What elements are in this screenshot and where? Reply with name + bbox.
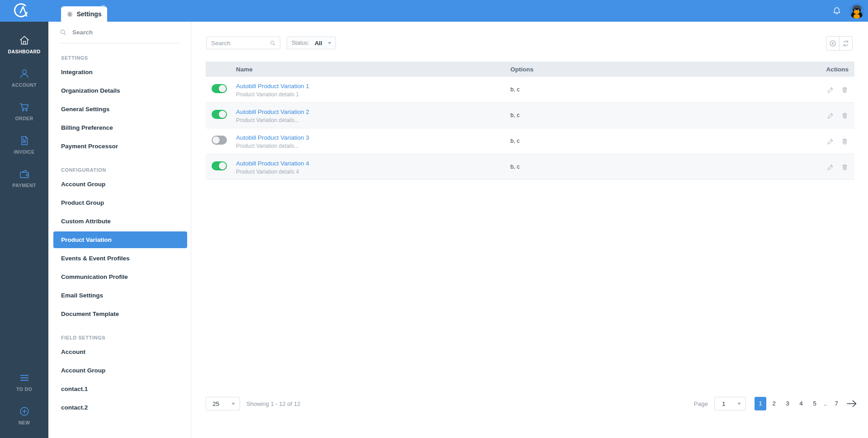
- edit-pencil-icon[interactable]: [827, 112, 835, 119]
- refresh-button[interactable]: [839, 36, 853, 51]
- variation-link[interactable]: Autobill Product Variation 4: [236, 160, 309, 167]
- settings-nav-item-general-settings[interactable]: General Settings: [48, 100, 191, 118]
- variation-link[interactable]: Autobill Product Variation 1: [236, 83, 309, 89]
- settings-nav-item-product-variation[interactable]: Product Variation: [53, 231, 187, 248]
- chevron-down-icon: [328, 42, 331, 44]
- pagination-bar: 25 Showing 1 - 12 of 12 Page 1 12345..7: [206, 396, 858, 411]
- settings-nav-item-organization-details[interactable]: Organization Details: [48, 81, 191, 100]
- settings-nav-item-payment-processor[interactable]: Payment Processor: [48, 137, 191, 155]
- page-button-7[interactable]: 7: [830, 397, 842, 410]
- nav-item-dashboard[interactable]: DASHBOARD: [0, 28, 48, 61]
- enable-toggle[interactable]: [212, 161, 227, 170]
- settings-nav-item-email-settings[interactable]: Email Settings: [48, 286, 191, 305]
- table-row: Autobill Product Variation 3 Product Var…: [206, 128, 854, 154]
- delete-trash-icon[interactable]: [841, 112, 849, 119]
- table-row: Autobill Product Variation 1 Product Var…: [206, 77, 854, 103]
- notifications-bell-icon[interactable]: [832, 6, 842, 16]
- delete-trash-icon[interactable]: [841, 86, 849, 94]
- svg-text:$: $: [22, 137, 24, 140]
- settings-nav-item-communication-profile[interactable]: Communication Profile: [48, 268, 191, 286]
- cart-icon: [19, 101, 30, 113]
- page-select[interactable]: 1: [714, 397, 746, 410]
- edit-pencil-icon[interactable]: [827, 86, 835, 94]
- nav-item-order[interactable]: ORDER: [0, 95, 48, 127]
- home-icon: [19, 34, 30, 46]
- pagination-right: Page 1 12345..7: [693, 397, 858, 410]
- edit-pencil-icon[interactable]: [827, 137, 835, 145]
- nav-item-invoice[interactable]: $ INVOICE: [0, 128, 48, 161]
- nav-item-to-do[interactable]: TO DO: [0, 366, 48, 398]
- edit-pencil-icon[interactable]: [827, 163, 835, 171]
- page-size-select[interactable]: 25: [206, 397, 240, 410]
- options-value: b, c: [510, 164, 800, 170]
- variation-details: Product Variation details...: [236, 117, 510, 123]
- settings-nav-item-contact-1[interactable]: contact.1: [48, 380, 191, 398]
- status-filter-dropdown[interactable]: Status: All: [287, 37, 336, 49]
- menu-icon: [19, 372, 30, 384]
- col-actions: Actions: [800, 66, 854, 73]
- variation-details: Product Variation details...: [236, 143, 510, 149]
- enable-toggle[interactable]: [212, 84, 227, 93]
- page-select-value: 1: [722, 400, 726, 407]
- primary-sidebar: DASHBOARD ACCOUNT ORDER $ INVOICE PAYMEN…: [0, 22, 48, 438]
- delete-trash-icon[interactable]: [841, 163, 849, 171]
- gear-icon: [66, 11, 73, 18]
- search-icon: [59, 28, 67, 36]
- nav-item-new[interactable]: NEW: [0, 399, 48, 432]
- chevron-down-icon: [737, 403, 741, 405]
- plus-circle-icon: [19, 405, 30, 417]
- next-page-arrow-icon[interactable]: [846, 399, 858, 409]
- user-icon: [19, 68, 30, 80]
- settings-nav-item-account[interactable]: Account: [48, 343, 191, 361]
- variation-link[interactable]: Autobill Product Variation 3: [236, 134, 309, 141]
- settings-nav-item-billing-preference[interactable]: Billing Preference: [48, 118, 191, 137]
- settings-nav-item-contact-2[interactable]: contact.2: [48, 398, 191, 417]
- settings-nav-item-custom-attribute[interactable]: Custom Attribute: [48, 212, 191, 231]
- nav-item-payment[interactable]: PAYMENT: [0, 162, 48, 194]
- nav-item-account[interactable]: ACCOUNT: [0, 61, 48, 94]
- enable-toggle[interactable]: [212, 110, 227, 119]
- user-avatar[interactable]: [849, 3, 864, 19]
- table-actions-group: [826, 36, 853, 51]
- table-row: Autobill Product Variation 2 Product Var…: [206, 103, 854, 128]
- showing-text: Showing 1 - 12 of 12: [246, 400, 300, 407]
- add-button[interactable]: [826, 36, 840, 51]
- invoice-icon: $: [19, 135, 30, 146]
- table-search-input[interactable]: [207, 40, 269, 47]
- settings-nav-item-integration[interactable]: Integration: [48, 63, 191, 81]
- settings-nav-item-product-group[interactable]: Product Group: [48, 193, 191, 212]
- options-value: b, c: [510, 112, 800, 118]
- settings-sidebar: SETTINGSIntegrationOrganization DetailsG…: [48, 22, 191, 438]
- section-title-field-settings: FIELD SETTINGS: [61, 335, 191, 340]
- section-title-settings: SETTINGS: [61, 55, 191, 61]
- settings-nav-item-account-group[interactable]: Account Group: [48, 175, 191, 193]
- variation-link[interactable]: Autobill Product Variation 2: [236, 108, 309, 115]
- enable-toggle[interactable]: [212, 136, 227, 145]
- settings-nav-item-account-group[interactable]: Account Group: [48, 361, 191, 380]
- page-label: Page: [693, 400, 708, 407]
- tab-close-icon[interactable]: ×: [99, 2, 107, 10]
- page-size-value: 25: [212, 400, 219, 407]
- settings-nav-item-events-event-profiles[interactable]: Events & Event Profiles: [48, 249, 191, 268]
- col-options: Options: [510, 66, 800, 73]
- topbar: Settings ×: [0, 0, 868, 22]
- settings-nav-item-document-template[interactable]: Document Template: [48, 305, 191, 323]
- page-button-1[interactable]: 1: [755, 397, 766, 410]
- variation-details: Product Variation details 1: [236, 91, 510, 98]
- options-value: b, c: [510, 138, 800, 144]
- chevron-down-icon: [231, 403, 235, 405]
- page-button-5[interactable]: 5: [809, 397, 821, 410]
- app-logo-icon: [10, 2, 31, 20]
- variation-details: Product Variation details 4: [236, 169, 510, 175]
- main-content: Status: All Name Options Actions: [191, 22, 868, 438]
- page-button-2[interactable]: 2: [768, 397, 780, 410]
- table-row: Autobill Product Variation 4 Product Var…: [206, 154, 854, 180]
- status-filter-label: Status:: [292, 40, 309, 46]
- section-title-configuration: CONFIGURATION: [61, 167, 191, 173]
- table-header: Name Options Actions: [206, 61, 854, 77]
- page-button-3[interactable]: 3: [782, 397, 793, 410]
- delete-trash-icon[interactable]: [841, 137, 849, 145]
- settings-search-input[interactable]: [71, 28, 180, 36]
- page-button-dots[interactable]: ..: [822, 397, 829, 410]
- page-button-4[interactable]: 4: [795, 397, 807, 410]
